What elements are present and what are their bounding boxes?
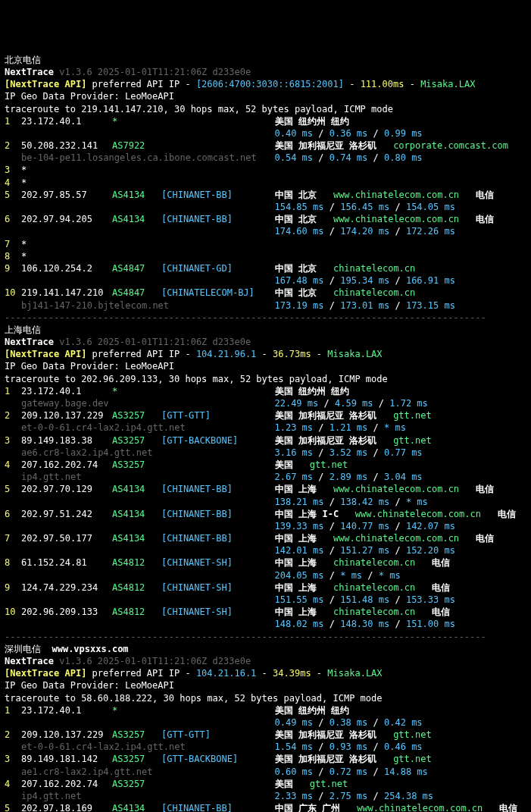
hop-row-detail: 0.49 ms / 0.38 ms / 0.42 ms [5,716,526,729]
hop-row: 6202.97.51.242AS4134[CHINANET-BB]中国 上海 I… [5,508,526,520]
hop-row: 9124.74.229.234AS4812[CHINANET-SH]中国 上海 … [5,582,526,594]
separator: ----------------------------------------… [5,312,526,324]
section-title: 深圳电信 www.vpsxxs.com [5,643,526,655]
hop-row-detail: ae6.cr8-lax2.ip4.gtt.net 3.16 ms / 3.52 … [5,447,526,459]
hop-row: 389.149.181.142AS3257[GTT-BACKBONE]美国 加利… [5,753,526,765]
api-line: [NextTrace API] preferred API IP - [2606… [5,78,526,90]
hop-row: 389.149.183.38AS3257[GTT-BACKBONE]美国 加利福… [5,434,526,447]
banner: NextTrace v1.3.6 2025-01-01T11:21:06Z d2… [5,336,526,348]
hop-row: 4207.162.202.74AS3257美国 gtt.net [5,459,526,471]
hop-row-detail: 138.21 ms / 138.42 ms / * ms [5,496,526,508]
hop-row-detail: 151.55 ms / 151.48 ms / 153.33 ms [5,594,526,606]
hop-row: 250.208.232.141AS7922美国 加利福尼亚 洛杉矶 corpor… [5,140,526,152]
hop-row: 123.172.40.1*美国 纽约州 纽约 [5,704,526,716]
hop-row: 7202.97.50.177AS4134[CHINANET-BB]中国 上海 w… [5,532,526,544]
hop-row: 10219.141.147.210AS4847[CHINATELECOM-BJ]… [5,287,526,299]
terminal-output: 北京电信NextTrace v1.3.6 2025-01-01T11:21:06… [5,54,526,812]
separator: ----------------------------------------… [5,631,526,643]
hop-row-detail: 174.60 ms / 174.20 ms / 172.26 ms [5,225,526,237]
hop-row: 2209.120.137.229AS3257[GTT-GTT]美国 加利福尼亚 … [5,729,526,741]
hop-row: 5202.97.18.169AS4134[CHINANET-BB]中国 广东 广… [5,802,526,812]
hop-row: 4207.162.202.74AS3257美国 gtt.net [5,778,526,790]
provider-line: IP Geo Data Provider: LeoMoeAPI [5,679,526,691]
hop-row: 5202.97.70.129AS4134[CHINANET-BB]中国 上海 w… [5,483,526,495]
hop-row-detail: gateway.bage.dev 22.49 ms / 4.59 ms / 1.… [5,397,526,409]
hop-row-detail: et-0-0-61.cr4-lax2.ip4.gtt.net 1.54 ms /… [5,741,526,753]
banner: NextTrace v1.3.6 2025-01-01T11:21:06Z d2… [5,66,526,78]
section-title: 上海电信 [5,324,526,336]
hop-row: 10202.96.209.133AS4812[CHINANET-SH]中国 上海… [5,606,526,618]
cmd-line: traceroute to 219.141.147.210, 30 hops m… [5,103,526,115]
section-title: 北京电信 [5,54,526,66]
cmd-line: traceroute to 202.96.209.133, 30 hops ma… [5,373,526,385]
hop-row-detail: 154.85 ms / 156.45 ms / 154.05 ms [5,201,526,213]
hop-row-detail: 204.05 ms / * ms / * ms [5,569,526,582]
hop-row: 4* [5,177,526,189]
hop-row: 123.172.40.1*美国 纽约州 纽约 [5,115,526,127]
cmd-line: traceroute to 58.60.188.222, 30 hops max… [5,692,526,704]
hop-row: 8* [5,250,526,262]
api-line: [NextTrace API] preferred API IP - 104.2… [5,348,526,360]
hop-row-detail: et-0-0-61.cr4-lax2.ip4.gtt.net 1.23 ms /… [5,422,526,434]
hop-row: 2209.120.137.229AS3257[GTT-GTT]美国 加利福尼亚 … [5,409,526,422]
hop-row-detail: ae1.cr8-lax2.ip4.gtt.net 0.60 ms / 0.72 … [5,766,526,778]
hop-row: 123.172.40.1*美国 纽约州 纽约 [5,385,526,397]
banner: NextTrace v1.3.6 2025-01-01T11:21:06Z d2… [5,655,526,667]
hop-row-detail: 167.48 ms / 195.34 ms / 166.91 ms [5,274,526,287]
hop-row-detail: be-104-pe11.losangeles.ca.ibone.comcast.… [5,152,526,164]
hop-row-detail: bj141-147-210.bjtelecom.net 173.19 ms / … [5,299,526,312]
hop-row: 9106.120.254.2AS4847[CHINANET-GD]中国 北京 c… [5,262,526,274]
hop-row-detail: 142.01 ms / 151.27 ms / 152.20 ms [5,544,526,556]
hop-row: 5202.97.85.57AS4134[CHINANET-BB]中国 北京 ww… [5,189,526,201]
provider-line: IP Geo Data Provider: LeoMoeAPI [5,360,526,372]
hop-row-detail: ip4.gtt.net 2.67 ms / 2.89 ms / 3.04 ms [5,471,526,483]
hop-row-detail: ip4.gtt.net 2.33 ms / 2.75 ms / 254.38 m… [5,790,526,802]
hop-row-detail: 139.33 ms / 140.77 ms / 142.07 ms [5,520,526,532]
hop-row-detail: 0.40 ms / 0.36 ms / 0.99 ms [5,127,526,140]
hop-row: 3* [5,164,526,176]
hop-row: 861.152.24.81AS4812[CHINANET-SH]中国 上海 ch… [5,556,526,569]
hop-row: 7* [5,238,526,250]
hop-row: 6202.97.94.205AS4134[CHINANET-BB]中国 北京 w… [5,213,526,225]
api-line: [NextTrace API] preferred API IP - 104.2… [5,667,526,679]
hop-row-detail: 148.02 ms / 148.30 ms / 151.00 ms [5,618,526,630]
provider-line: IP Geo Data Provider: LeoMoeAPI [5,90,526,102]
